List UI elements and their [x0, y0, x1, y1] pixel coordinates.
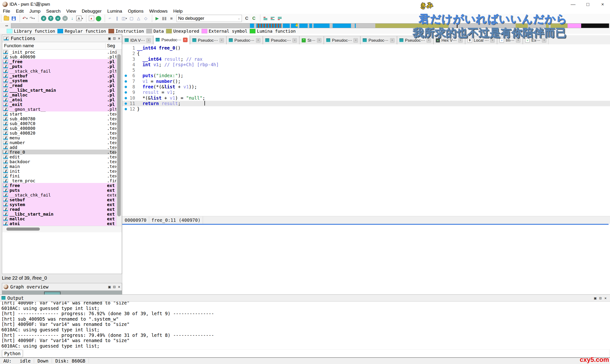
code-line[interactable]: 2{ [122, 51, 610, 56]
tab-pseudoc-6[interactable]: Pseudoc⋯× [324, 36, 360, 44]
code-line[interactable]: 4 int v1; // [rsp+Ch] [rbp-4h] [122, 62, 610, 67]
tab-pseudoc-8[interactable]: Pseudoc⋯× [397, 36, 433, 44]
code-line[interactable]: 3 __int64 result; // rax [122, 56, 610, 62]
tab-close-icon[interactable]: × [516, 38, 520, 43]
make-string-icon[interactable]: △ [136, 15, 142, 21]
tab-im-11[interactable]: ≡Im⋯× [497, 36, 523, 44]
menu-item-help[interactable]: Help [170, 9, 185, 14]
close-icon[interactable]: × [604, 296, 607, 300]
watches-window-icon[interactable] [270, 15, 276, 21]
menu-item-lumina[interactable]: Lumina [104, 9, 125, 14]
menu-item-search[interactable]: Search [43, 9, 63, 14]
tab-close-icon[interactable]: × [390, 38, 395, 43]
close-icon[interactable]: × [118, 36, 120, 41]
function-row[interactable]: fbackdoor.tex [2, 159, 122, 164]
function-row[interactable]: f_read.pl [2, 83, 122, 88]
function-row[interactable]: fmallocext [2, 216, 122, 221]
jump-address-icon[interactable]: ↓ [69, 15, 75, 21]
function-row[interactable]: f_term_proc.fin [2, 178, 122, 183]
code-line[interactable]: 11 return result; [122, 101, 610, 106]
menu-item-file[interactable]: File [0, 9, 13, 14]
function-row[interactable]: f__stack_chk_failexte [2, 193, 122, 197]
names-window-icon[interactable]: ≡ [55, 15, 61, 21]
code-line[interactable]: 5 [122, 67, 610, 73]
tab-local-10[interactable]: 0Local ⋯× [465, 36, 497, 44]
save-icon[interactable] [11, 15, 17, 21]
close-icon[interactable]: × [118, 285, 120, 289]
menu-item-edit[interactable]: Edit [13, 9, 27, 14]
function-row[interactable]: fnumber.tex [2, 140, 122, 145]
menu-item-jump[interactable]: Jump [26, 9, 43, 14]
functions-column-header[interactable]: Function name Seg [2, 42, 122, 50]
tab-pseudoc-7[interactable]: Pseudoc⋯× [360, 36, 397, 44]
maximize-icon[interactable]: □ [581, 0, 595, 9]
function-row[interactable]: ffree_0.tex [2, 150, 122, 154]
tab-close-icon[interactable]: × [146, 38, 151, 43]
function-row[interactable]: f__gmon_start__.plt [2, 107, 122, 112]
python-console-tab[interactable]: Python [2, 350, 23, 357]
tab-close-icon[interactable]: × [220, 38, 224, 43]
jump-forward-icon[interactable]: ↷▾ [29, 15, 35, 21]
open-file-icon[interactable] [3, 15, 10, 21]
function-row[interactable]: f___libc_start_main.pl [2, 88, 122, 92]
output-window-icon[interactable] [262, 15, 269, 21]
function-row[interactable]: f_puts.pl [2, 64, 122, 69]
menu-item-view[interactable]: View [63, 9, 79, 14]
ascii-string-icon[interactable]: A▾ [76, 15, 83, 21]
close-icon[interactable]: × [595, 0, 610, 9]
code-line[interactable]: 6 puts("index:"); [122, 73, 610, 78]
tab-hexv-9[interactable]: ●Hex V⋯× [433, 36, 465, 44]
stack-window-icon[interactable] [277, 15, 283, 21]
tab-close-icon[interactable]: × [458, 38, 463, 43]
function-row[interactable]: fsystemext [2, 202, 122, 207]
function-row[interactable]: f_init_proc.ini [2, 50, 122, 54]
make-align-icon[interactable]: ◇ [143, 15, 149, 21]
function-row[interactable]: f__stack_chk_fail.plt [2, 69, 122, 73]
tab-close-icon[interactable]: × [353, 38, 358, 43]
functions-window-icon[interactable]: # [40, 15, 47, 21]
tab-pseudoc-1[interactable]: Pseudoc⋯× [153, 35, 190, 44]
scrollbar-thumb[interactable] [117, 54, 121, 216]
navigator-scroll-arrows[interactable]: ◂▸ [3, 23, 10, 28]
python-console-input[interactable] [24, 350, 609, 357]
function-row[interactable]: fstart.tex [2, 112, 122, 116]
output-titlebar[interactable]: Output ▣ ⊡ × [0, 295, 610, 302]
code-line[interactable]: 12} [122, 106, 610, 112]
maximize-icon[interactable]: ▣ [108, 36, 111, 41]
function-row[interactable]: f_malloc.pl [2, 92, 122, 97]
float-icon[interactable]: ⊡ [599, 296, 602, 300]
column-segment[interactable]: Seg [105, 43, 122, 48]
functions-panel-titlebar[interactable]: f Functions ▣ ⊡ × [2, 35, 122, 42]
functions-vertical-scrollbar[interactable] [116, 50, 122, 226]
tab-close-icon[interactable]: × [542, 38, 546, 43]
tab-pseudoc-2[interactable]: Pseudoc⋯× [190, 36, 226, 44]
tab-close-icon[interactable]: × [183, 38, 188, 42]
function-row[interactable]: ffini.tex [2, 173, 122, 178]
function-row[interactable]: fedit.tex [2, 154, 122, 159]
function-row[interactable]: fputsext [2, 188, 122, 193]
function-row[interactable]: f_atoi.pl [2, 97, 122, 102]
code-line[interactable]: 1__int64 free_0() [122, 45, 610, 51]
tab-close-icon[interactable]: × [292, 38, 297, 43]
float-icon[interactable]: ⊡ [113, 285, 116, 289]
function-row[interactable]: fsetbufext [2, 197, 122, 202]
function-row[interactable]: fadd.tex [2, 145, 122, 150]
function-row[interactable]: freadext [2, 207, 122, 211]
make-struct-icon[interactable]: ◫▾ [121, 15, 128, 21]
tab-close-icon[interactable]: × [490, 38, 495, 43]
menu-item-windows[interactable]: Windows [146, 9, 170, 14]
pause-process-icon[interactable]: ▮▮ [161, 15, 168, 21]
scrollbar-thumb[interactable] [6, 228, 40, 231]
code-line[interactable]: 7 v1 = number(); [122, 78, 610, 84]
float-icon[interactable]: ⊡ [113, 36, 116, 41]
function-row[interactable]: f_system.pl [2, 78, 122, 83]
minimize-icon[interactable]: — [566, 0, 581, 9]
run-script-icon[interactable]: C [251, 15, 257, 21]
compile-script-icon[interactable]: C [244, 15, 250, 21]
start-process-icon[interactable]: ▶ [154, 15, 160, 21]
tab-idav-0[interactable]: IDA V⋯× [122, 36, 153, 44]
tab-close-icon[interactable]: × [317, 38, 322, 43]
maximize-icon[interactable]: ▣ [108, 285, 111, 289]
function-row[interactable]: fatoiext [2, 221, 122, 226]
stop-process-icon[interactable]: ■ [169, 15, 175, 21]
